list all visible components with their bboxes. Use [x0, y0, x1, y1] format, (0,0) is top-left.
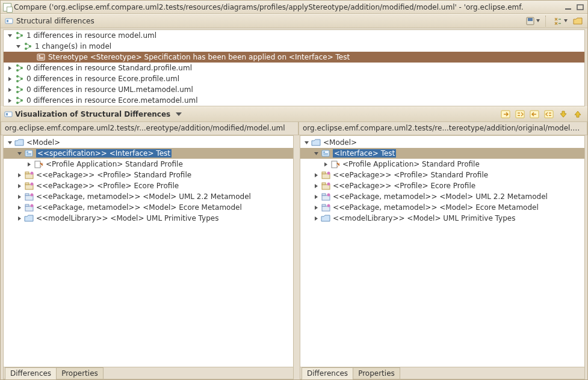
next-diff-button[interactable]: [557, 108, 569, 120]
profile-application-icon: [330, 160, 340, 168]
model-tree-row[interactable]: <Profile Application> Standard Profile: [300, 159, 584, 170]
twisty-collapsed-icon[interactable]: [16, 204, 23, 211]
twisty-collapsed-icon[interactable]: [322, 161, 329, 168]
svg-rect-3: [7, 20, 8, 22]
diff-row-text: 1 change(s) in model: [35, 42, 111, 51]
svg-rect-0: [565, 8, 571, 10]
twisty-collapsed-icon[interactable]: [25, 161, 32, 168]
model-tree-row[interactable]: <<ePackage, metamodel>> <Model> Ecore Me…: [300, 202, 584, 213]
twisty-collapsed-icon[interactable]: [16, 193, 23, 200]
model-tree-row[interactable]: <<ePackage>> <Profile> Ecore Profile: [4, 180, 293, 191]
profile-application-icon: [34, 160, 43, 168]
diff-row[interactable]: 0 differences in resource Ecore.profile.…: [4, 73, 584, 84]
diff-row[interactable]: 0 differences in resource UML.metamodel.…: [4, 84, 584, 95]
copy-right-to-left-button[interactable]: [528, 108, 540, 120]
diff-row-selected[interactable]: Stereotype <Stereotype> Specification ha…: [4, 52, 584, 63]
model-tree-row[interactable]: <Profile Application> Standard Profile: [4, 159, 293, 170]
diff-row-text: 0 differences in resource Ecore.profile.…: [26, 75, 179, 83]
svg-rect-40: [25, 172, 29, 174]
right-model-tree[interactable]: <Model><Interface> Test<Profile Applicat…: [300, 136, 584, 367]
filter-dropdown-button[interactable]: [552, 16, 569, 26]
minimize-button[interactable]: [563, 3, 573, 11]
diff-row[interactable]: 1 differences in resource model.uml: [4, 30, 584, 41]
svg-rect-2: [5, 19, 13, 23]
model-icon: [321, 192, 330, 201]
twisty-expanded-icon[interactable]: [303, 139, 310, 146]
copy-all-left-to-right-button[interactable]: [514, 108, 526, 120]
twisty-expanded-icon[interactable]: [312, 150, 320, 157]
model-tree-row[interactable]: <<modelLibrary>> <Model> UML Primitive T…: [4, 213, 293, 224]
model-tree-row[interactable]: <<modelLibrary>> <Model> UML Primitive T…: [300, 213, 584, 224]
diff-row[interactable]: 0 differences in resource Ecore.metamode…: [4, 95, 584, 106]
visualization-header: Visualization of Structural Differences: [1, 106, 587, 122]
change-leaf-icon: [36, 53, 46, 61]
model-tree-row[interactable]: <<ePackage, metamodel>> <Model> Ecore Me…: [4, 202, 293, 213]
twisty-collapsed-icon[interactable]: [16, 182, 23, 189]
package-icon: [321, 171, 330, 179]
copy-left-to-right-button[interactable]: [500, 108, 512, 120]
svg-rect-5: [528, 18, 533, 21]
model-tree-row[interactable]: <<ePackage, metamodel>> <Model> UML 2.2 …: [4, 191, 293, 202]
twisty-expanded-icon[interactable]: [6, 32, 13, 39]
tree-row-text: <Model>: [26, 138, 60, 147]
tree-row-text: <<modelLibrary>> <Model> UML Primitive T…: [333, 214, 515, 222]
left-model-tree[interactable]: <Model><<specification>> <Interface> Tes…: [4, 136, 293, 367]
compare-icon: [3, 3, 11, 11]
svg-rect-29: [6, 113, 8, 115]
model-tree-row[interactable]: <<ePackage>> <Profile> Standard Profile: [4, 170, 293, 180]
svg-point-47: [30, 193, 33, 196]
prev-diff-button[interactable]: [572, 108, 584, 120]
tree-row-text: <<ePackage, metamodel>> <Model> Ecore Me…: [36, 203, 242, 212]
tree-row-text: <Interface> Test: [333, 149, 396, 158]
twisty-collapsed-icon[interactable]: [6, 97, 13, 104]
model-tree-row[interactable]: <<ePackage>> <Profile> Standard Profile: [300, 170, 584, 180]
folder-button[interactable]: [572, 16, 584, 26]
twisty-collapsed-icon[interactable]: [6, 75, 13, 82]
tree-row-text: <<modelLibrary>> <Model> UML Primitive T…: [36, 214, 218, 222]
twisty-collapsed-icon[interactable]: [312, 204, 320, 211]
view-menu-dropdown[interactable]: [175, 111, 182, 118]
folder-icon: [321, 214, 330, 222]
twisty-expanded-icon[interactable]: [6, 139, 13, 146]
svg-rect-55: [332, 161, 337, 168]
maximize-button[interactable]: [575, 3, 585, 11]
svg-rect-38: [35, 161, 40, 168]
twisty-collapsed-icon[interactable]: [312, 193, 320, 200]
twisty-collapsed-icon[interactable]: [312, 171, 320, 179]
model-tree-row[interactable]: <Model>: [300, 137, 584, 148]
window-title: Compare ('org.eclipse.emf.compare.uml2.t…: [14, 3, 561, 11]
twisty-collapsed-icon[interactable]: [16, 171, 23, 179]
twisty-expanded-icon[interactable]: [14, 43, 22, 50]
diff-row[interactable]: 0 differences in resource Standard.profi…: [4, 63, 584, 73]
svg-rect-35: [26, 152, 28, 153]
tree-row-text: <<ePackage>> <Profile> Standard Profile: [333, 171, 488, 179]
save-dropdown-button[interactable]: [525, 16, 542, 26]
svg-rect-49: [25, 204, 29, 206]
twisty-collapsed-icon[interactable]: [16, 215, 23, 222]
svg-rect-52: [323, 152, 325, 153]
visual-diff-icon: [4, 110, 13, 118]
twisty-expanded-icon[interactable]: [16, 150, 23, 157]
differences-tree[interactable]: 1 differences in resource model.uml1 cha…: [3, 29, 585, 106]
diff-row-text: 0 differences in resource UML.metamodel.…: [26, 85, 193, 94]
twisty-collapsed-icon[interactable]: [6, 86, 13, 93]
left-compare-pane: <Model><<specification>> <Interface> Tes…: [3, 135, 294, 379]
tab-properties-left[interactable]: Properties: [56, 367, 104, 379]
model-tree-row[interactable]: <<ePackage>> <Profile> Ecore Profile: [300, 180, 584, 191]
tab-properties-right[interactable]: Properties: [353, 367, 400, 379]
folder-icon: [311, 138, 321, 147]
tab-differences-right[interactable]: Differences: [302, 367, 353, 379]
twisty-collapsed-icon[interactable]: [312, 215, 320, 222]
twisty-collapsed-icon[interactable]: [312, 182, 320, 189]
copy-all-right-to-left-button[interactable]: [543, 108, 555, 120]
model-tree-row[interactable]: <Interface> Test: [300, 148, 584, 159]
window-titlebar: Compare ('org.eclipse.emf.compare.uml2.t…: [1, 1, 587, 14]
tab-differences-left[interactable]: Differences: [5, 367, 57, 379]
interface-icon: [24, 149, 34, 158]
model-tree-row[interactable]: <<specification>> <Interface> Test: [4, 148, 293, 159]
twisty-collapsed-icon[interactable]: [6, 64, 13, 72]
diff-row[interactable]: 1 change(s) in model: [4, 41, 584, 52]
left-resource-path: org.eclipse.emf.compare.uml2.tests/r...e…: [1, 122, 299, 135]
model-tree-row[interactable]: <<ePackage, metamodel>> <Model> UML 2.2 …: [300, 191, 584, 202]
model-tree-row[interactable]: <Model>: [4, 137, 293, 148]
